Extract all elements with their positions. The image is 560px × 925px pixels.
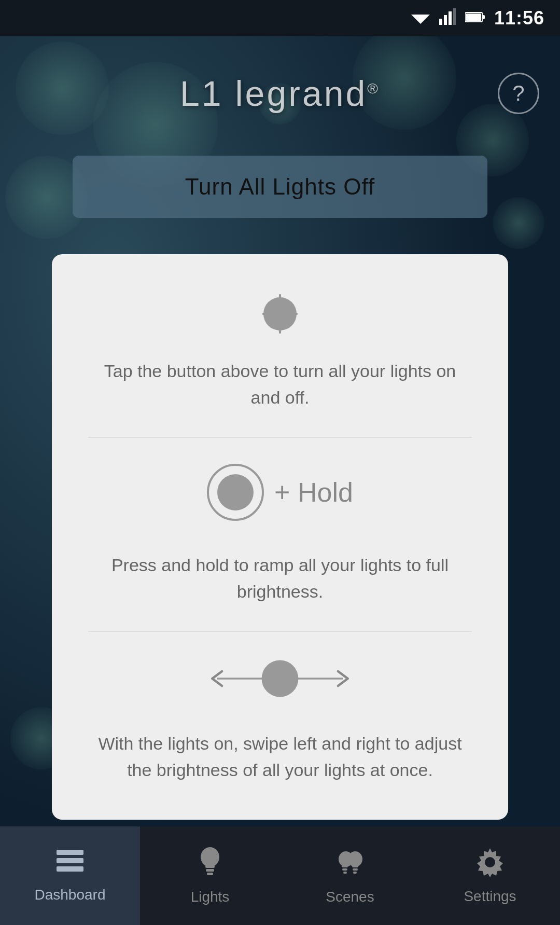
svg-rect-20 — [342, 865, 348, 867]
nav-item-scenes[interactable]: Scenes — [280, 826, 420, 925]
svg-rect-13 — [57, 866, 83, 872]
svg-rect-24 — [353, 868, 358, 871]
logo-registered: ® — [367, 80, 380, 96]
hold-circle-outer — [207, 464, 264, 521]
svg-rect-4 — [453, 8, 456, 25]
lightbulb-icon — [198, 847, 222, 882]
hold-circle-inner — [217, 474, 254, 510]
signal-icon — [439, 8, 456, 29]
svg-marker-0 — [411, 15, 430, 24]
tap-icon — [239, 285, 321, 342]
turn-all-lights-off-button[interactable]: Turn All Lights Off — [73, 156, 487, 218]
tap-instruction: Tap the button above to turn all your li… — [88, 285, 472, 437]
svg-point-19 — [348, 851, 362, 867]
nav-label-scenes: Scenes — [326, 889, 374, 905]
bokeh-6 — [493, 197, 544, 249]
hold-label: + Hold — [274, 477, 353, 508]
svg-rect-22 — [343, 872, 347, 874]
nav-label-settings: Settings — [464, 888, 516, 905]
svg-rect-17 — [207, 873, 213, 875]
scenes-icon — [334, 847, 366, 882]
separator-2 — [88, 631, 472, 632]
app-logo: L1 legrand® — [180, 73, 380, 114]
separator-1 — [88, 437, 472, 438]
svg-rect-16 — [206, 869, 214, 872]
bottom-nav: Dashboard Lights — [0, 826, 560, 925]
swipe-instruction: With the lights on, swipe left and right… — [88, 658, 472, 783]
svg-rect-21 — [342, 868, 347, 871]
svg-rect-11 — [57, 850, 83, 855]
nav-label-lights: Lights — [191, 889, 230, 905]
status-time: 11:56 — [494, 7, 544, 29]
svg-rect-2 — [444, 15, 447, 25]
swipe-icon — [207, 658, 353, 699]
svg-rect-12 — [57, 858, 83, 863]
nav-item-settings[interactable]: Settings — [420, 826, 560, 925]
battery-icon — [465, 10, 485, 26]
nav-item-lights[interactable]: Lights — [140, 826, 280, 925]
svg-rect-15 — [205, 865, 215, 868]
svg-rect-3 — [449, 11, 452, 25]
wifi-icon — [411, 9, 430, 27]
app-header: L1 legrand® ? — [0, 36, 560, 150]
svg-rect-25 — [353, 872, 357, 874]
status-bar: 11:56 — [0, 0, 560, 36]
settings-icon — [475, 847, 505, 882]
svg-point-8 — [263, 297, 297, 330]
svg-rect-7 — [482, 15, 485, 19]
dashboard-icon — [55, 849, 85, 880]
svg-point-27 — [485, 857, 495, 867]
nav-item-dashboard[interactable]: Dashboard — [0, 826, 140, 925]
svg-rect-1 — [439, 19, 442, 25]
logo-text: L1 legrand — [180, 74, 367, 113]
help-button[interactable]: ? — [498, 73, 539, 114]
svg-point-14 — [201, 847, 219, 867]
svg-point-10 — [262, 660, 299, 697]
swipe-instruction-text: With the lights on, swipe left and right… — [88, 730, 472, 783]
hold-instruction: + Hold Press and hold to ramp all your l… — [88, 464, 472, 631]
nav-label-dashboard: Dashboard — [35, 887, 106, 903]
tap-instruction-text: Tap the button above to turn all your li… — [88, 358, 472, 411]
hold-icon: + Hold — [207, 464, 353, 521]
hold-instruction-text: Press and hold to ramp all your lights t… — [88, 552, 472, 605]
svg-rect-6 — [466, 13, 481, 21]
svg-rect-23 — [352, 865, 358, 867]
info-card: Tap the button above to turn all your li… — [52, 254, 508, 820]
